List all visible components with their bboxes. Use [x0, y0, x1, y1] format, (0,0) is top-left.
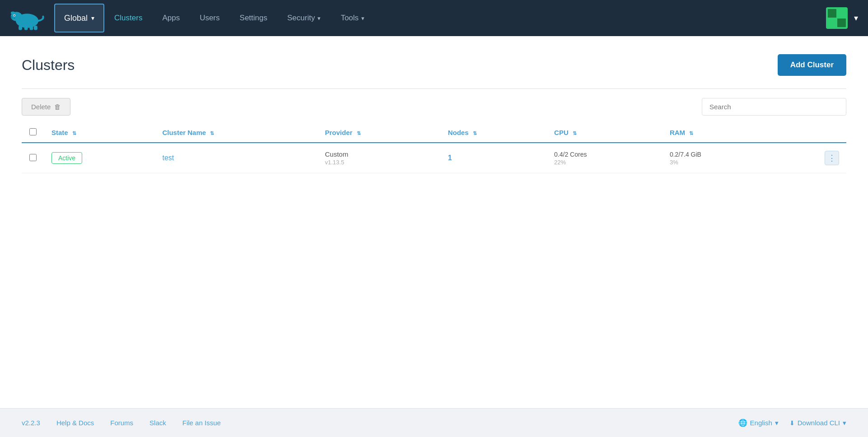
row-ram: 0.2/7.4 GiB 3%	[663, 143, 775, 173]
delete-button[interactable]: Delete 🗑	[22, 98, 70, 116]
header-nodes[interactable]: Nodes ⇅	[441, 123, 547, 143]
language-chevron-icon: ▾	[775, 419, 779, 427]
ram-value: 0.2/7.4 GiB	[670, 151, 768, 158]
footer-link-help[interactable]: Help & Docs	[56, 419, 94, 427]
cpu-sort-icon: ⇅	[573, 130, 577, 136]
globe-icon: 🌐	[738, 418, 747, 427]
footer-left: v2.2.3 Help & Docs Forums Slack File an …	[22, 419, 221, 427]
nav-item-tools[interactable]: Tools ▾	[331, 0, 374, 36]
row-cluster-name: test	[155, 143, 317, 173]
delete-label: Delete	[31, 103, 51, 111]
header-state[interactable]: State ⇅	[44, 123, 155, 143]
footer-link-issue[interactable]: File an Issue	[182, 419, 221, 427]
svg-point-11	[11, 16, 12, 17]
provider-name: Custom	[325, 150, 433, 158]
trash-icon: 🗑	[54, 103, 61, 111]
global-menu[interactable]: Global ▾	[54, 4, 104, 33]
nav-item-users[interactable]: Users	[190, 0, 229, 36]
add-cluster-button[interactable]: Add Cluster	[778, 54, 846, 76]
global-chevron-icon: ▾	[91, 14, 94, 22]
row-cpu: 0.4/2 Cores 22%	[547, 143, 663, 173]
avatar-dropdown-icon[interactable]: ▾	[851, 13, 861, 23]
nav-items: Clusters Apps Users Settings Security ▾ …	[104, 0, 819, 36]
svg-rect-7	[19, 26, 22, 30]
header-cpu[interactable]: CPU ⇅	[547, 123, 663, 143]
provider-sort-icon: ⇅	[357, 130, 361, 136]
nav-item-settings[interactable]: Settings	[230, 0, 277, 36]
cli-chevron-icon: ▾	[843, 419, 846, 427]
divider	[22, 88, 846, 89]
row-action-menu-button[interactable]: ⋮	[825, 151, 839, 165]
state-sort-icon: ⇅	[72, 130, 76, 136]
row-provider: Custom v1.13.5	[317, 143, 440, 173]
svg-rect-9	[30, 26, 33, 30]
ram-pct: 3%	[670, 159, 768, 166]
table-row: Active test Custom v1.13.5 1 0.4/2 Cores…	[22, 143, 846, 173]
download-cli[interactable]: ⬇ Download CLI ▾	[789, 419, 846, 427]
navbar: Global ▾ Clusters Apps Users Settings Se…	[0, 0, 868, 36]
table-header: State ⇅ Cluster Name ⇅ Provider ⇅ Nodes …	[22, 123, 846, 143]
page-title: Clusters	[22, 57, 75, 74]
table-body: Active test Custom v1.13.5 1 0.4/2 Cores…	[22, 143, 846, 173]
cli-label: Download CLI	[798, 419, 840, 427]
cluster-name-link[interactable]: test	[162, 154, 174, 162]
svg-point-5	[11, 17, 13, 18]
svg-point-6	[14, 18, 15, 19]
avatar[interactable]	[826, 7, 848, 29]
row-state: Active	[44, 143, 155, 173]
cpu-cores: 0.4/2 Cores	[554, 151, 655, 158]
row-checkbox-cell	[22, 143, 44, 173]
nodes-count: 1	[448, 154, 452, 162]
language-selector[interactable]: 🌐 English ▾	[738, 418, 779, 427]
footer-right: 🌐 English ▾ ⬇ Download CLI ▾	[738, 418, 846, 427]
row-nodes: 1	[441, 143, 547, 173]
navbar-right: ▾	[819, 0, 868, 36]
nav-item-apps[interactable]: Apps	[152, 0, 190, 36]
main-content: Clusters Add Cluster Delete 🗑 State ⇅ Cl…	[0, 36, 868, 408]
footer-link-forums[interactable]: Forums	[110, 419, 133, 427]
tools-chevron-icon: ▾	[361, 15, 364, 22]
cpu-pct: 22%	[554, 159, 655, 166]
svg-point-2	[11, 11, 15, 14]
table-toolbar: Delete 🗑	[22, 98, 846, 116]
nodes-sort-icon: ⇅	[473, 130, 477, 136]
global-label: Global	[64, 14, 88, 23]
status-badge: Active	[51, 152, 82, 164]
svg-rect-8	[24, 26, 28, 30]
header-provider[interactable]: Provider ⇅	[317, 123, 440, 143]
svg-rect-10	[34, 26, 37, 30]
row-actions: ⋮	[775, 143, 846, 173]
clusters-table: State ⇅ Cluster Name ⇅ Provider ⇅ Nodes …	[22, 123, 846, 173]
svg-point-4	[14, 15, 15, 16]
select-all-checkbox[interactable]	[29, 128, 37, 135]
download-icon: ⬇	[789, 419, 795, 427]
footer: v2.2.3 Help & Docs Forums Slack File an …	[0, 408, 868, 437]
footer-version: v2.2.3	[22, 419, 40, 427]
provider-version: v1.13.5	[325, 159, 433, 166]
security-chevron-icon: ▾	[317, 15, 321, 22]
search-input[interactable]	[702, 98, 846, 116]
nav-item-security[interactable]: Security ▾	[277, 0, 331, 36]
footer-link-slack[interactable]: Slack	[149, 419, 166, 427]
cluster-name-sort-icon: ⇅	[210, 130, 214, 136]
ram-sort-icon: ⇅	[689, 130, 693, 136]
header-actions	[775, 123, 846, 143]
row-checkbox[interactable]	[29, 154, 37, 161]
nav-item-clusters[interactable]: Clusters	[104, 0, 152, 36]
header-ram[interactable]: RAM ⇅	[663, 123, 775, 143]
header-cluster-name[interactable]: Cluster Name ⇅	[155, 123, 317, 143]
language-label: English	[750, 419, 772, 427]
logo	[0, 0, 54, 36]
page-header: Clusters Add Cluster	[22, 54, 846, 76]
header-checkbox-col	[22, 123, 44, 143]
